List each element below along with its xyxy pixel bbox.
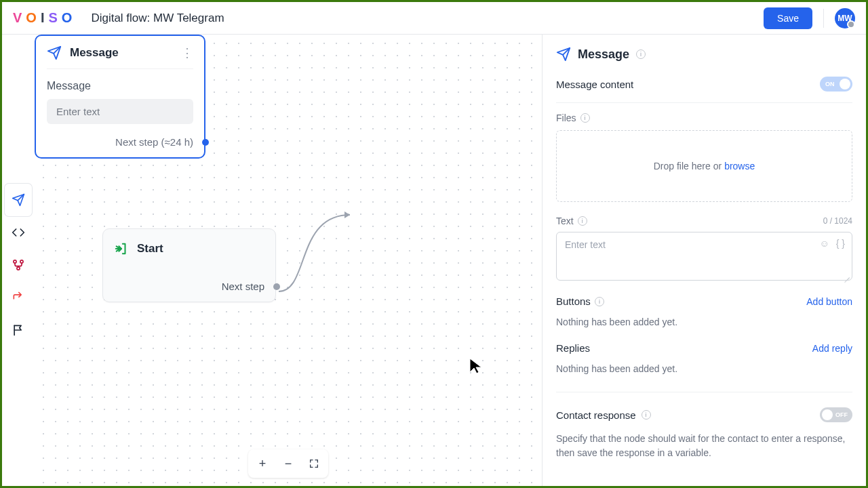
zoom-controls: + − — [248, 449, 328, 478]
fullscreen-button[interactable] — [302, 452, 326, 475]
add-reply-link[interactable]: Add reply — [812, 343, 852, 354]
plus-icon: + — [259, 457, 267, 471]
node-menu-icon[interactable]: ⋮ — [181, 47, 193, 59]
fullscreen-icon — [309, 458, 319, 469]
output-port[interactable] — [202, 139, 209, 146]
add-button-link[interactable]: Add button — [806, 296, 852, 307]
text-input[interactable]: Enter text ☺ { } — [556, 232, 852, 281]
branch-icon — [12, 258, 25, 272]
left-toolbar — [2, 35, 35, 486]
send-icon — [556, 47, 571, 62]
tool-branch[interactable] — [5, 249, 32, 281]
info-icon[interactable]: i — [642, 410, 651, 420]
redirect-icon — [12, 291, 25, 304]
message-field-input[interactable]: Enter text — [47, 99, 193, 124]
header: VOISO Digital flow: MW Telegram Save MW — [2, 2, 866, 35]
tool-redirect[interactable] — [5, 281, 32, 314]
resize-handle[interactable] — [843, 271, 850, 278]
code-icon — [12, 226, 25, 239]
start-node-title: Start — [137, 242, 163, 256]
message-node-title: Message — [70, 46, 173, 60]
cursor-icon — [469, 357, 484, 375]
message-content-label: Message content — [556, 79, 633, 90]
save-button[interactable]: Save — [764, 7, 812, 29]
variable-icon[interactable]: { } — [836, 238, 845, 249]
message-node[interactable]: Message ⋮ Message Enter text Next step (… — [35, 35, 205, 159]
tool-flag[interactable] — [5, 314, 32, 346]
contact-response-description: Specify that the node should wait for th… — [556, 432, 852, 460]
properties-panel: Message i Message content ON Filesi Drop… — [542, 35, 866, 486]
tool-send[interactable] — [5, 184, 32, 216]
start-node[interactable]: Start Next step — [102, 228, 276, 302]
flag-icon — [12, 323, 25, 337]
buttons-empty-text: Nothing has been added yet. — [556, 317, 852, 327]
replies-empty-text: Nothing has been added yet. — [556, 363, 852, 374]
text-counter: 0 / 1024 — [823, 216, 852, 226]
flow-canvas[interactable]: Start Next step Message ⋮ Message Enter … — [35, 35, 542, 486]
tool-code[interactable] — [5, 216, 32, 249]
browse-link[interactable]: browse — [724, 161, 755, 171]
page-title: Digital flow: MW Telegram — [91, 12, 224, 25]
connector — [275, 208, 370, 296]
replies-label: Replies — [556, 342, 590, 354]
info-icon[interactable]: i — [636, 49, 646, 59]
file-dropzone[interactable]: Drop file here or browse — [556, 130, 852, 202]
info-icon[interactable]: i — [595, 297, 604, 306]
send-icon — [12, 193, 25, 207]
buttons-label: Buttonsi — [556, 296, 604, 307]
zoom-out-button[interactable]: − — [277, 452, 300, 475]
message-content-toggle[interactable]: ON — [820, 77, 852, 92]
contact-response-toggle[interactable]: OFF — [820, 407, 852, 422]
contact-response-label: Contact responsei — [556, 409, 651, 421]
info-icon[interactable]: i — [580, 113, 590, 123]
message-node-footer: Next step (≈24 h) — [47, 136, 193, 148]
logo: VOISO — [13, 10, 75, 26]
emoji-icon[interactable]: ☺ — [819, 238, 829, 249]
avatar[interactable]: MW — [835, 8, 855, 28]
start-node-footer: Next step — [114, 281, 264, 292]
panel-title: Message — [578, 47, 629, 62]
divider — [823, 9, 824, 28]
minus-icon: − — [285, 457, 292, 471]
start-icon — [114, 241, 129, 256]
send-icon — [47, 45, 62, 60]
output-port[interactable] — [273, 283, 280, 290]
info-icon[interactable]: i — [578, 216, 587, 226]
message-field-label: Message — [47, 80, 193, 92]
svg-marker-3 — [344, 211, 350, 218]
files-label: Filesi — [556, 113, 852, 123]
text-label: Texti — [556, 216, 587, 226]
zoom-in-button[interactable]: + — [251, 452, 274, 475]
